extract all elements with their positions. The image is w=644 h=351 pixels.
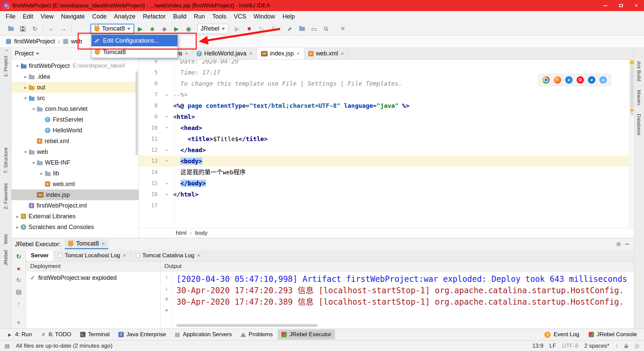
menu-item-tomcat8[interactable]: Tomcat8 bbox=[92, 46, 177, 58]
forward-icon[interactable] bbox=[57, 24, 69, 34]
tree-item-web-inf[interactable]: WEB-INF bbox=[11, 157, 139, 168]
maximize-button[interactable] bbox=[613, 0, 629, 11]
stripe-2-favorites[interactable]: 2: Favorites bbox=[3, 183, 8, 209]
close-tab-icon[interactable] bbox=[297, 50, 300, 57]
run-configuration-select[interactable]: Tomcat8 bbox=[91, 24, 134, 34]
caret-position[interactable]: 13:9 bbox=[532, 343, 543, 349]
tab-tomcat-catalina-log[interactable]: Tomcat Catalina Log bbox=[131, 250, 205, 261]
menu-window[interactable]: Window bbox=[250, 12, 279, 21]
stripe-ant-build[interactable]: Ant Build bbox=[636, 61, 642, 81]
toolwindow-event-log[interactable]: 7Event Log bbox=[541, 330, 583, 340]
tree-item-src[interactable]: src bbox=[11, 93, 139, 103]
tree-item-out[interactable]: out bbox=[11, 82, 139, 93]
tree-toggle-icon[interactable] bbox=[14, 225, 21, 230]
tree-item-com-huo-servlet[interactable]: com.huo.servlet bbox=[11, 103, 139, 114]
tree-item-rebel-xml[interactable]: xrebel.xml bbox=[11, 136, 139, 146]
breadcrumb-web[interactable]: web bbox=[71, 38, 82, 45]
horizontal-scrollbar[interactable] bbox=[176, 324, 317, 327]
minimize-button[interactable] bbox=[598, 0, 613, 11]
debug-icon[interactable] bbox=[146, 24, 158, 34]
tree-toggle-icon[interactable] bbox=[22, 149, 29, 155]
tree-toggle-icon[interactable] bbox=[30, 106, 37, 112]
more-options-icon[interactable] bbox=[163, 306, 171, 314]
fold-icon[interactable] bbox=[162, 156, 172, 167]
stripe-maven[interactable]: Maven bbox=[636, 90, 642, 105]
tree-toggle-icon[interactable] bbox=[14, 63, 21, 69]
stripe-1-project[interactable]: 1: Project bbox=[3, 56, 8, 77]
scrollbar-thumb[interactable] bbox=[630, 65, 634, 116]
fold-icon[interactable] bbox=[162, 144, 172, 156]
console-output[interactable]: [2020-04-30 05:47:10,998] Artifact first… bbox=[173, 271, 634, 328]
tree-item-scratches-and-consoles[interactable]: SScratches and Consoles bbox=[11, 222, 139, 232]
fold-icon[interactable] bbox=[162, 189, 172, 200]
fold-icon[interactable] bbox=[162, 111, 172, 122]
toolwindow-jrebel-executor[interactable]: JRebel Executor bbox=[278, 330, 335, 340]
internet-explorer-icon[interactable] bbox=[588, 76, 595, 84]
stripe-database[interactable]: Database bbox=[636, 114, 642, 135]
search-everywhere-icon[interactable] bbox=[320, 24, 332, 34]
tab-server[interactable]: Server bbox=[26, 250, 54, 261]
save-all-icon[interactable] bbox=[17, 24, 29, 34]
menu-run[interactable]: Run bbox=[190, 12, 209, 21]
menu-navigate[interactable]: Navigate bbox=[57, 12, 89, 21]
stripe-jrebel[interactable]: JRebel bbox=[3, 250, 8, 266]
open-file-icon[interactable] bbox=[5, 24, 17, 34]
jrebel-run-icon[interactable] bbox=[170, 24, 182, 34]
tree-item-lib[interactable]: lib bbox=[11, 168, 139, 179]
lock-icon[interactable] bbox=[624, 344, 628, 348]
synchronize-icon[interactable] bbox=[29, 24, 41, 34]
toolwindow-jrebel-console[interactable]: JRebel Console bbox=[585, 330, 641, 340]
opera-icon[interactable] bbox=[577, 76, 584, 84]
tree-scrollbar[interactable] bbox=[136, 71, 138, 155]
fold-icon[interactable] bbox=[162, 122, 172, 133]
more-options-icon[interactable] bbox=[15, 318, 23, 326]
scroll-down-icon[interactable] bbox=[163, 285, 171, 292]
update-application-icon[interactable] bbox=[15, 300, 23, 307]
fold-icon[interactable] bbox=[162, 178, 172, 189]
stripe-7-structure[interactable]: 7: Structure bbox=[3, 147, 8, 174]
tree-item-idea[interactable]: .idea bbox=[11, 71, 139, 82]
tab-tomcat-localhost-log[interactable]: Tomcat Localhost Log bbox=[54, 250, 131, 261]
toolwindow-application-servers[interactable]: Application Servers bbox=[171, 330, 235, 340]
toolwindow-4-run[interactable]: 4: Run bbox=[3, 330, 36, 340]
close-tab-icon[interactable] bbox=[185, 50, 188, 57]
redeploy-icon[interactable] bbox=[15, 276, 23, 284]
fold-icon[interactable] bbox=[162, 89, 172, 100]
toolwindow-toggle-icon[interactable]: ▤ bbox=[5, 343, 10, 349]
tree-item-firstwebproject-iml[interactable]: ifirstWebProject.iml bbox=[11, 200, 139, 211]
tree-toggle-icon[interactable] bbox=[14, 214, 21, 219]
menu-view[interactable]: View bbox=[37, 12, 57, 21]
chrome-icon[interactable] bbox=[542, 76, 550, 84]
soft-wrap-icon[interactable] bbox=[163, 296, 171, 303]
rerun-icon[interactable] bbox=[255, 24, 267, 34]
tab-web-xml[interactable]: xweb.xml bbox=[304, 48, 348, 59]
close-tab-icon[interactable] bbox=[123, 252, 126, 259]
deployment-icon[interactable] bbox=[296, 24, 308, 34]
chevron-down-icon[interactable] bbox=[36, 53, 39, 55]
edge-icon[interactable] bbox=[565, 76, 573, 84]
tree-toggle-icon[interactable] bbox=[22, 96, 29, 101]
pause-icon[interactable] bbox=[267, 24, 279, 34]
deployment-item[interactable]: ✓firstWebProject:war exploded bbox=[26, 273, 160, 283]
menu-edit[interactable]: Edit bbox=[19, 12, 37, 21]
rerun-server-icon[interactable] bbox=[15, 253, 23, 260]
editor-scrollbar[interactable] bbox=[629, 60, 634, 228]
stop-server-icon[interactable] bbox=[15, 265, 23, 272]
menu-tools[interactable]: Tools bbox=[209, 12, 230, 21]
run-with-coverage-icon[interactable] bbox=[158, 24, 170, 34]
tree-item-web[interactable]: web bbox=[11, 146, 139, 157]
project-panel-title[interactable]: Project bbox=[15, 50, 34, 57]
tab-index-jsp[interactable]: JSPindex.jsp bbox=[257, 48, 304, 59]
run-content-tab[interactable]: Tomcat8 bbox=[65, 239, 108, 249]
toolwindow-terminal[interactable]: Terminal bbox=[76, 330, 113, 340]
close-button[interactable]: × bbox=[629, 0, 644, 11]
tree-toggle-icon[interactable] bbox=[22, 74, 29, 79]
indent-setting[interactable]: 2 spaces* bbox=[584, 343, 609, 349]
inspections-icon[interactable]: ◎ bbox=[634, 342, 639, 349]
toolwindow-java-enterprise[interactable]: Java Enterprise bbox=[115, 330, 170, 340]
tree-item-web-xml[interactable]: xweb.xml bbox=[11, 179, 139, 189]
menu-build[interactable]: Build bbox=[169, 12, 190, 21]
jump-to-toolwindow-icon[interactable] bbox=[337, 24, 349, 34]
back-icon[interactable] bbox=[45, 24, 57, 34]
tab-helloworld-java[interactable]: CHelloWorld.java bbox=[193, 48, 257, 59]
